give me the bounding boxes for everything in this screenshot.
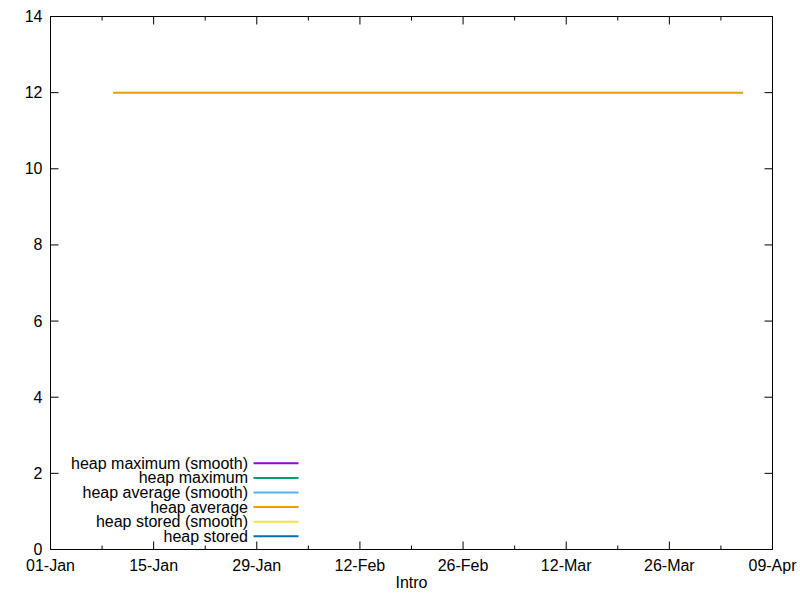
y-tick-label: 12 [25, 84, 43, 101]
x-tick-label: 12-Mar [541, 557, 592, 574]
y-tick-label: 2 [34, 465, 43, 482]
y-tick-label: 4 [34, 389, 43, 406]
legend-entry: heap stored [163, 528, 298, 545]
y-tick-label: 6 [34, 313, 43, 330]
y-tick-label: 8 [34, 236, 43, 253]
x-tick-label: 01-Jan [26, 557, 75, 574]
x-tick-label: 29-Jan [232, 557, 281, 574]
x-tick-label: 15-Jan [129, 557, 178, 574]
y-tick-label: 10 [25, 160, 43, 177]
x-tick-label: 26-Mar [644, 557, 695, 574]
chart-canvas: 01-Jan15-Jan29-Jan12-Feb26-Feb12-Mar26-M… [0, 0, 800, 600]
chart-generated-content: 01-Jan15-Jan29-Jan12-Feb26-Feb12-Mar26-M… [25, 8, 797, 574]
x-tick-label: 12-Feb [335, 557, 386, 574]
gnuplot-chart: 01-Jan15-Jan29-Jan12-Feb26-Feb12-Mar26-M… [0, 0, 800, 600]
legend-label: heap stored [163, 528, 248, 545]
x-axis-label: Intro [395, 574, 427, 591]
x-tick-label: 26-Feb [438, 557, 489, 574]
y-tick-label: 14 [25, 8, 43, 25]
y-tick-label: 0 [34, 541, 43, 558]
x-tick-label: 09-Apr [748, 557, 797, 574]
